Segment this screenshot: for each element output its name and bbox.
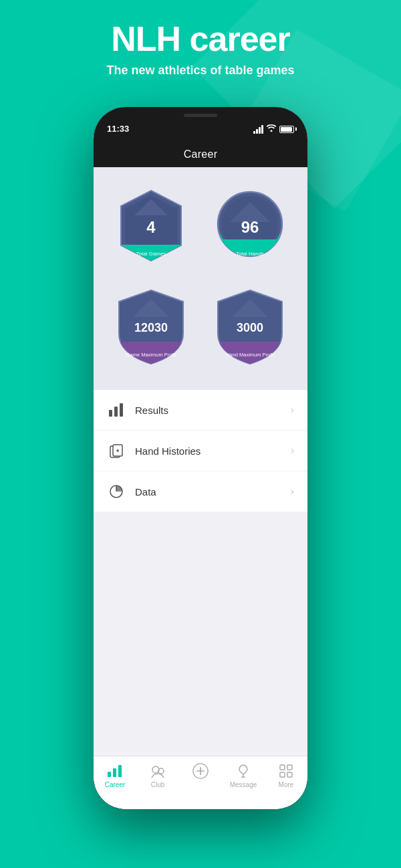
bottom-nav: Career Club [94,756,307,809]
menu-section: Results › ♠ Hand Histories › [94,390,307,512]
status-time: 11:33 [107,124,129,134]
bar-chart-icon [107,401,126,419]
svg-rect-33 [287,765,292,770]
status-icons [253,124,294,134]
career-nav-icon [107,763,123,779]
hand-histories-label: Hand Histories [135,445,291,457]
svg-rect-22 [108,772,111,777]
nav-item-more[interactable]: More [265,763,307,788]
menu-item-hand-histories[interactable]: ♠ Hand Histories › [94,431,307,471]
battery-icon [279,126,294,133]
stat-card-game-profit: 12030 Game Maximum Profit [102,277,200,380]
stat-card-hand-profit: 3000 Hand Maximum Profit [200,277,299,380]
app-title: NLH career [0,20,401,58]
total-hands-label: Total Hands [236,251,264,257]
message-nav-icon [235,763,251,779]
message-nav-label: Message [230,781,257,788]
career-nav-label: Career [105,781,126,788]
screen-nav-title: Career [184,148,218,160]
results-chevron: › [291,404,294,416]
game-profit-value: 12030 [134,322,168,334]
svg-rect-16 [120,403,123,417]
hand-profit-label: Hand Maximum Profit [226,352,274,358]
data-chevron: › [291,485,294,498]
signal-icon [253,125,263,134]
add-nav-icon [192,763,209,779]
svg-rect-35 [287,772,292,777]
more-nav-icon [278,763,294,779]
total-games-value: 4 [146,219,155,235]
stats-grid: 4 Total Games [94,167,307,390]
speaker [184,114,217,117]
club-nav-label: Club [151,781,165,788]
nav-item-message[interactable]: Message [222,763,265,788]
total-games-label: Total Games [136,251,166,257]
total-hands-value: 96 [241,219,259,235]
app-subtitle: The new athletics of table games [0,64,401,78]
svg-rect-15 [114,407,118,417]
phone-notch [157,107,244,126]
hand-histories-chevron: › [291,445,294,457]
stat-card-total-games: 4 Total Games [102,177,200,277]
game-profit-label: Game Maximum Profit [126,352,176,358]
pie-chart-icon [107,482,126,501]
svg-rect-14 [109,410,112,417]
nav-item-career[interactable]: Career [94,763,136,788]
cards-icon: ♠ [107,441,126,460]
svg-rect-32 [280,765,285,770]
svg-rect-24 [118,765,122,777]
hand-profit-value: 3000 [237,322,263,334]
menu-item-results[interactable]: Results › [94,390,307,431]
svg-rect-34 [280,772,285,777]
svg-rect-23 [113,768,116,777]
results-label: Results [135,405,291,416]
data-label: Data [135,486,291,498]
wifi-icon [267,124,276,134]
nav-item-add[interactable] [179,763,222,781]
menu-item-data[interactable]: Data › [94,471,307,512]
more-nav-label: More [279,781,294,788]
club-nav-icon [150,763,166,779]
nav-item-club[interactable]: Club [136,763,179,788]
stat-card-total-hands: 96 Total Hands [200,177,299,277]
